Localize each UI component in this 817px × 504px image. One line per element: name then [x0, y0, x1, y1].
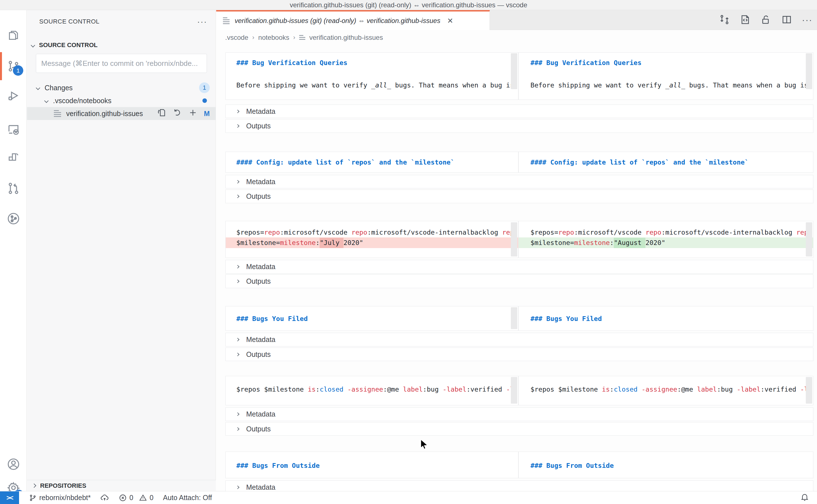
metadata-row[interactable]: Metadata [225, 105, 813, 118]
scrollbar[interactable] [511, 377, 517, 404]
source-control-icon[interactable]: 1 [0, 53, 27, 80]
editor-actions: ··· [719, 10, 813, 30]
cell-code-diff[interactable]: $repos $milestone is:closed -assignee:@m… [225, 376, 813, 405]
breadcrumb-item[interactable]: verification.github-issues [309, 34, 383, 41]
cell-markdown-diff[interactable]: ### Bug Verification Queries Before ship… [225, 52, 813, 100]
outputs-row[interactable]: Outputs [225, 189, 813, 203]
changed-file-row[interactable]: verification.github-issues M [27, 107, 216, 120]
markdown-heading-left: ### Bugs From Outside [236, 461, 320, 471]
folder-label: .vscode/notebooks [53, 97, 111, 105]
markdown-heading-left: ### Bug Verification Queries [236, 58, 347, 68]
commit-message-input[interactable] [36, 54, 207, 73]
cell-markdown-diff[interactable]: #### Config: update list of `repos` and … [225, 152, 813, 173]
folder-row[interactable]: .vscode/notebooks [27, 94, 216, 107]
chevron-right-icon [236, 338, 239, 341]
more-actions-icon[interactable]: ··· [802, 15, 813, 25]
scrollbar[interactable] [806, 53, 812, 89]
stage-changes-icon[interactable] [188, 108, 198, 119]
chevron-down-icon [31, 43, 35, 47]
breadcrumb-item[interactable]: notebooks [258, 34, 289, 41]
discard-changes-icon[interactable] [172, 108, 182, 119]
source-control-sidebar: SOURCE CONTROL ··· SOURCE CONTROL Change… [27, 10, 216, 491]
chevron-right-icon [236, 195, 239, 198]
pane-divider [518, 452, 519, 478]
repositories-section-header[interactable]: REPOSITORIES [27, 480, 216, 491]
warning-icon [139, 494, 147, 502]
publish-status-item[interactable] [100, 493, 109, 502]
chevron-right-icon: › [252, 34, 254, 41]
pane-divider [518, 152, 519, 172]
more-actions-icon[interactable]: ··· [197, 17, 207, 26]
outputs-row[interactable]: Outputs [225, 119, 813, 133]
outputs-row[interactable]: Outputs [225, 274, 813, 288]
changes-group-row[interactable]: Changes 1 [27, 81, 216, 94]
close-tab-icon[interactable]: ✕ [447, 17, 453, 25]
outputs-row[interactable]: Outputs [225, 422, 813, 436]
warning-count: 0 [149, 494, 153, 502]
cell-markdown-diff[interactable]: ### Bugs From Outside ### Bugs From Outs… [225, 452, 813, 478]
remote-explorer-icon[interactable] [0, 116, 27, 143]
open-file-icon[interactable] [740, 14, 751, 26]
modified-dot [202, 98, 207, 103]
scrollbar[interactable] [511, 53, 517, 89]
metadata-row[interactable]: Metadata [225, 333, 813, 346]
markdown-heading-right: ### Bug Verification Queries [530, 58, 641, 68]
active-tab[interactable]: verification.github-issues (git) (read-o… [216, 10, 490, 30]
outputs-row[interactable]: Outputs [225, 348, 813, 361]
markdown-heading-left: #### Config: update list of `repos` and … [236, 157, 454, 168]
metadata-row[interactable]: Metadata [225, 175, 813, 188]
activity-bar: 1 1 [0, 10, 27, 491]
open-file-icon[interactable] [157, 108, 166, 119]
metadata-row[interactable]: Metadata [225, 480, 813, 491]
chevron-right-icon [32, 484, 36, 488]
notebook-file-icon [299, 34, 305, 41]
breadcrumb: .vscode › notebooks › verification.githu… [216, 30, 817, 45]
problems-status-item[interactable]: 0 0 [119, 494, 153, 502]
changes-count-badge: 1 [199, 82, 210, 93]
mouse-cursor [419, 439, 430, 452]
branch-status-item[interactable]: rebornix/nbdebt* [29, 494, 91, 502]
chevron-right-icon [236, 427, 239, 431]
swap-sides-icon[interactable] [719, 14, 730, 26]
explorer-icon[interactable] [0, 22, 27, 49]
github-pull-requests-icon[interactable] [0, 175, 27, 202]
scrollbar[interactable] [511, 222, 517, 256]
markdown-heading-right: ### Bugs From Outside [530, 461, 614, 471]
unlock-icon[interactable] [760, 14, 772, 26]
cloud-upload-icon [100, 493, 109, 502]
scm-changes-badge: 1 [13, 65, 23, 76]
scrollbar[interactable] [511, 307, 517, 329]
markdown-heading-left: ### Bugs You Filed [236, 314, 308, 324]
split-editor-icon[interactable] [781, 14, 792, 26]
code-line-right: $repos $milestone is:closed -assignee:@m… [519, 384, 813, 395]
modified-status-badge: M [204, 110, 210, 118]
chevron-right-icon [236, 412, 239, 416]
run-debug-icon[interactable] [0, 82, 27, 109]
code-line-left: $repos $milestone is:closed -assignee:@m… [226, 384, 518, 395]
scm-provider-header[interactable]: SOURCE CONTROL [31, 41, 98, 49]
git-graph-icon[interactable] [0, 205, 27, 232]
file-label: verification.github-issues [66, 110, 143, 118]
code-line-deleted: $milestone=milestone:"July 2020" [226, 237, 518, 248]
notifications-bell-icon[interactable] [800, 493, 809, 503]
accounts-icon[interactable] [0, 451, 27, 478]
editor-tab-bar: verification.github-issues (git) (read-o… [216, 10, 817, 30]
window-title: verification.github-issues (git) (read-o… [290, 1, 527, 9]
auto-attach-status-item[interactable]: Auto Attach: Off [163, 494, 212, 502]
extensions-icon[interactable] [0, 145, 27, 172]
remote-indicator[interactable]: >< [0, 491, 19, 504]
metadata-row[interactable]: Metadata [225, 260, 813, 274]
window-titlebar: verification.github-issues (git) (read-o… [0, 0, 817, 10]
status-bar: >< rebornix/nbdebt* 0 0 Auto Attach: Off [0, 491, 817, 504]
scrollbar[interactable] [806, 377, 812, 404]
chevron-right-icon [236, 279, 239, 283]
cell-code-diff[interactable]: $repos=repo:microsoft/vscode repo:micros… [225, 221, 813, 258]
chevron-down-icon [36, 85, 40, 90]
metadata-row[interactable]: Metadata [225, 407, 813, 421]
scrollbar[interactable] [806, 222, 812, 256]
error-icon [119, 494, 127, 502]
vscode-window: verification.github-issues (git) (read-o… [0, 0, 817, 504]
breadcrumb-item[interactable]: .vscode [225, 34, 248, 41]
cell-markdown-diff[interactable]: ### Bugs You Filed ### Bugs You Filed [225, 306, 813, 331]
markdown-body-left: Before shipping we want to verify _all_ … [236, 80, 514, 91]
